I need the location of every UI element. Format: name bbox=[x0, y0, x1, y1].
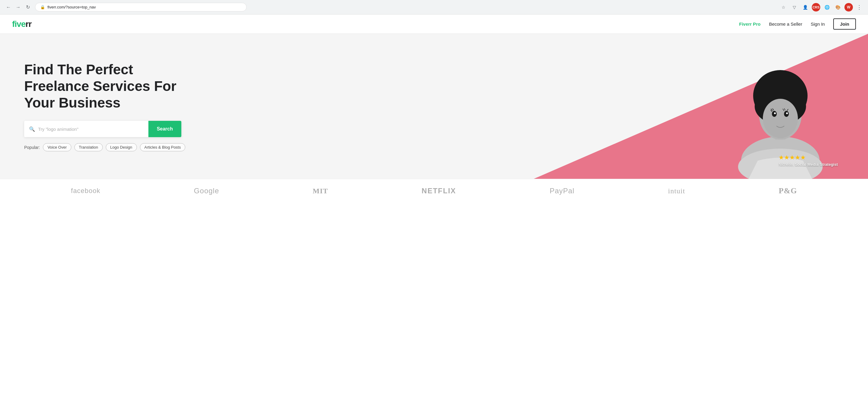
cors-icon[interactable]: CRS bbox=[812, 3, 820, 11]
brand-mit: MIT bbox=[313, 187, 328, 195]
rating-text: Nichelle, Social Media Strategist bbox=[779, 162, 838, 167]
color-icon[interactable]: 🎨 bbox=[834, 3, 842, 11]
popular-label: Popular: bbox=[24, 145, 40, 150]
hero-content: Find The Perfect Freelance Services For … bbox=[0, 43, 212, 170]
hero-section: Find The Perfect Freelance Services For … bbox=[0, 34, 868, 179]
hero-person-container: ★★★★★ Nichelle, Social Media Strategist bbox=[717, 34, 844, 179]
search-bar-inner: 🔍 bbox=[24, 121, 148, 137]
browser-chrome: ← → ↻ 🔒 fiverr.com/?source=top_nav ☆ ▽ 👤… bbox=[0, 0, 868, 14]
brand-pg: P&G bbox=[779, 186, 797, 195]
extension-icon[interactable]: ▽ bbox=[790, 3, 799, 11]
search-bar: 🔍 Search bbox=[24, 121, 181, 137]
tag-translation[interactable]: Translation bbox=[74, 143, 103, 151]
page-wrapper: fiverr Fiverr Pro Become a Seller Sign I… bbox=[0, 14, 868, 203]
back-button[interactable]: ← bbox=[5, 4, 12, 11]
svg-point-8 bbox=[774, 113, 776, 114]
rating-stars: ★★★★★ bbox=[779, 154, 838, 161]
search-icon: 🔍 bbox=[29, 126, 35, 132]
reload-button[interactable]: ↻ bbox=[24, 4, 31, 11]
profile-avatar[interactable]: W bbox=[844, 3, 853, 11]
navbar: fiverr Fiverr Pro Become a Seller Sign I… bbox=[0, 14, 868, 34]
forward-button[interactable]: → bbox=[14, 4, 22, 11]
rating-badge: ★★★★★ Nichelle, Social Media Strategist bbox=[779, 154, 838, 167]
logo-text: fi bbox=[12, 19, 17, 29]
tag-logo-design[interactable]: Logo Design bbox=[106, 143, 137, 151]
hero-title: Find The Perfect Freelance Services For … bbox=[24, 61, 187, 112]
search-input[interactable] bbox=[38, 127, 144, 132]
bookmark-icon[interactable]: ☆ bbox=[779, 3, 787, 11]
hero-visual: ★★★★★ Nichelle, Social Media Strategist bbox=[391, 34, 868, 179]
logo-dot: ve bbox=[17, 19, 25, 29]
fiverr-pro-link[interactable]: Fiverr Pro bbox=[739, 22, 761, 27]
brand-paypal: PayPal bbox=[550, 187, 575, 195]
browser-toolbar-right: ☆ ▽ 👤 CRS 🌐 🎨 W ⋮ bbox=[779, 3, 863, 12]
fiverr-logo[interactable]: fiverr bbox=[12, 19, 31, 29]
browser-nav-buttons: ← → ↻ bbox=[5, 4, 31, 11]
join-button[interactable]: Join bbox=[833, 19, 856, 30]
brand-facebook: facebook bbox=[71, 187, 100, 195]
trusted-section: facebook Google MIT NETFLIX PayPal intui… bbox=[0, 179, 868, 203]
brand-netflix: NETFLIX bbox=[422, 187, 456, 195]
popular-tags: Popular: Voice Over Translation Logo Des… bbox=[24, 143, 187, 151]
tag-articles-blog[interactable]: Articles & Blog Posts bbox=[140, 143, 186, 151]
brand-google: Google bbox=[194, 187, 219, 195]
nav-links: Fiverr Pro Become a Seller Sign In Join bbox=[739, 19, 856, 30]
more-options-icon[interactable]: ⋮ bbox=[855, 3, 863, 12]
url-text: fiverr.com/?source=top_nav bbox=[48, 5, 96, 9]
brand-intuit: intuit bbox=[668, 187, 685, 195]
become-seller-link[interactable]: Become a Seller bbox=[769, 22, 802, 27]
search-button[interactable]: Search bbox=[148, 121, 181, 137]
svg-point-5 bbox=[763, 99, 798, 138]
globe-icon[interactable]: 🌐 bbox=[823, 3, 831, 11]
tag-voice-over[interactable]: Voice Over bbox=[43, 143, 71, 151]
sign-in-link[interactable]: Sign In bbox=[811, 22, 825, 27]
svg-point-9 bbox=[786, 113, 788, 114]
address-bar[interactable]: 🔒 fiverr.com/?source=top_nav bbox=[35, 3, 247, 11]
lock-icon: 🔒 bbox=[40, 5, 45, 9]
user-icon[interactable]: 👤 bbox=[801, 3, 809, 11]
